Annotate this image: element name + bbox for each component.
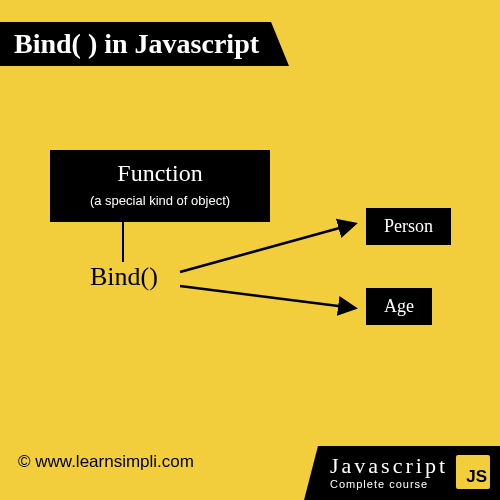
brand-title: Javascript (330, 454, 448, 478)
connector-stem (122, 218, 124, 262)
bind-label: Bind() (90, 262, 158, 292)
page-title: Bind( ) in Javascript (0, 22, 289, 66)
arrow-to-person (180, 224, 354, 272)
target-age: Age (366, 288, 432, 325)
arrows-svg (170, 190, 370, 370)
arrow-to-age (180, 286, 354, 308)
footer-brand: Javascript Complete course JS (304, 446, 500, 500)
footer-credit: © www.learnsimpli.com (18, 452, 194, 472)
js-badge-icon: JS (456, 455, 490, 489)
target-person: Person (366, 208, 451, 245)
function-heading: Function (58, 160, 262, 187)
brand-subtitle: Complete course (330, 478, 448, 490)
